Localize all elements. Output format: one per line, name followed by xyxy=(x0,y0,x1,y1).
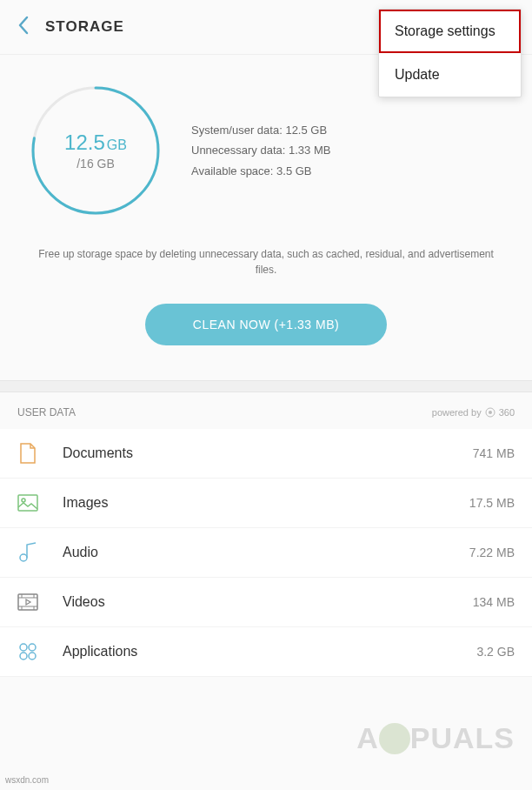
page-title: STORAGE xyxy=(45,18,124,36)
svg-point-6 xyxy=(20,554,27,561)
brand-360-icon xyxy=(485,407,495,418)
document-icon xyxy=(17,443,38,464)
storage-tip: Free up storage space by deleting unnece… xyxy=(17,246,515,295)
category-size: 134 MB xyxy=(473,595,515,609)
category-size: 741 MB xyxy=(473,446,515,460)
svg-point-11 xyxy=(29,653,36,659)
user-data-header: USER DATA powered by 360 xyxy=(0,392,532,429)
category-images[interactable]: Images 17.5 MB xyxy=(0,479,532,528)
category-applications[interactable]: Applications 3.2 GB xyxy=(0,627,532,677)
source-note: wsxdn.com xyxy=(5,775,49,785)
powered-by-label: powered by 360 xyxy=(432,407,515,418)
user-data-title: USER DATA xyxy=(17,406,76,418)
storage-stats: System/user data: 12.5 GB Unnecessary da… xyxy=(191,120,330,181)
category-label: Images xyxy=(63,495,469,511)
watermark: APUALS xyxy=(356,721,515,755)
svg-point-9 xyxy=(29,644,36,651)
section-divider xyxy=(0,380,532,392)
video-icon xyxy=(17,592,38,613)
svg-rect-7 xyxy=(18,594,37,610)
used-space-value: 12.5GB xyxy=(64,131,127,155)
total-space-value: /16 GB xyxy=(76,157,115,171)
audio-icon xyxy=(17,542,38,563)
category-size: 7.22 MB xyxy=(469,546,515,559)
svg-point-5 xyxy=(22,499,25,502)
category-size: 3.2 GB xyxy=(476,645,515,659)
menu-item-storage-settings[interactable]: Storage settings xyxy=(379,10,521,53)
category-label: Documents xyxy=(63,445,473,461)
svg-point-8 xyxy=(20,644,27,651)
category-videos[interactable]: Videos 134 MB xyxy=(0,578,532,627)
svg-point-10 xyxy=(20,653,27,659)
category-size: 17.5 MB xyxy=(469,496,515,510)
clean-now-button[interactable]: CLEAN NOW (+1.33 MB) xyxy=(145,304,387,345)
menu-item-update[interactable]: Update xyxy=(379,53,521,97)
back-icon[interactable] xyxy=(17,16,30,38)
watermark-face-icon xyxy=(379,723,410,754)
category-list: Documents 741 MB Images 17.5 MB Audio 7.… xyxy=(0,429,532,677)
storage-gauge: 12.5GB /16 GB xyxy=(26,81,165,220)
category-audio[interactable]: Audio 7.22 MB xyxy=(0,528,532,578)
apps-icon xyxy=(17,641,38,662)
category-label: Audio xyxy=(63,545,469,560)
storage-overview: 12.5GB /16 GB System/user data: 12.5 GB … xyxy=(0,55,532,380)
category-documents[interactable]: Documents 741 MB xyxy=(0,429,532,479)
category-label: Applications xyxy=(63,644,476,659)
svg-rect-4 xyxy=(18,495,37,511)
image-icon xyxy=(17,492,38,513)
svg-point-3 xyxy=(489,411,492,414)
category-label: Videos xyxy=(63,594,473,610)
overflow-menu: Storage settings Update xyxy=(378,9,522,97)
